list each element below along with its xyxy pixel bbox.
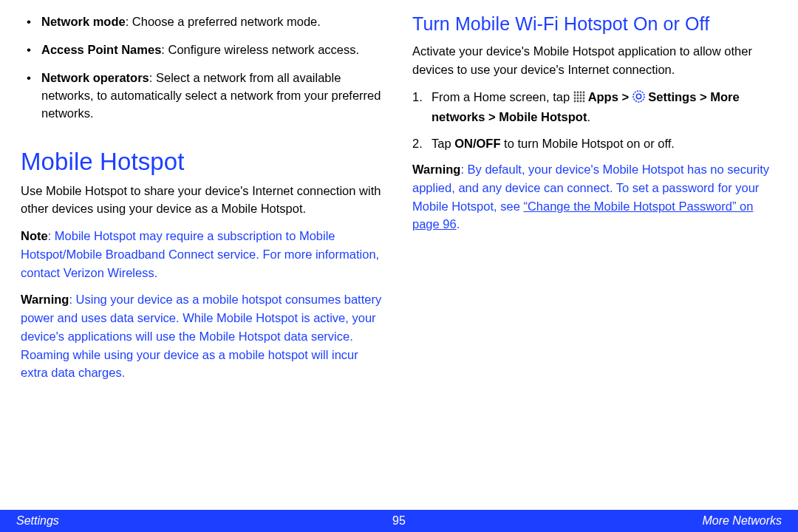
list-item: From a Home screen, tap Apps > Settings …	[432, 88, 777, 127]
svg-point-13	[576, 100, 579, 102]
section-heading-mobile-hotspot: Mobile Hotspot	[21, 148, 386, 176]
warning-label: Warning	[412, 163, 460, 176]
svg-point-11	[582, 97, 584, 99]
bullet-label: Network operators	[41, 71, 149, 84]
svg-point-5	[576, 94, 579, 96]
subheading-toggle-hotspot: Turn Mobile Wi-Fi Hotspot On or Off	[412, 13, 777, 35]
svg-point-15	[582, 100, 584, 102]
list-item: Access Point Names: Configure wireless n…	[41, 41, 386, 59]
list-item: Network operators: Select a network from…	[41, 69, 386, 123]
bullet-desc: : Choose a preferred network mode.	[126, 15, 321, 28]
page-number: 95	[392, 514, 406, 528]
warning-paragraph: Warning: Using your device as a mobile h…	[21, 290, 386, 382]
svg-point-7	[582, 94, 584, 96]
intro-paragraph: Activate your device's Mobile Hotspot ap…	[412, 42, 777, 79]
warning-paragraph: Warning: By default, your device's Mobil…	[412, 160, 777, 233]
svg-point-4	[573, 94, 576, 96]
svg-point-16	[633, 91, 644, 102]
svg-point-17	[636, 94, 641, 98]
svg-point-12	[573, 100, 576, 102]
warning-post: .	[457, 217, 460, 231]
page-body: Network mode: Choose a preferred network…	[0, 0, 798, 502]
option-bullet-list: Network mode: Choose a preferred network…	[21, 13, 386, 123]
bullet-label: Access Point Names	[41, 43, 161, 56]
footer-left: Settings	[16, 514, 59, 528]
step-bold: Apps >	[585, 90, 632, 103]
step-text: to turn Mobile Hotspot on or off.	[501, 137, 675, 150]
step-text: From a Home screen, tap	[432, 90, 573, 103]
footer-right: More Networks	[702, 514, 782, 528]
bullet-desc: : Configure wireless network access.	[161, 43, 359, 56]
step-text: .	[587, 110, 590, 123]
warning-body: : Using your device as a mobile hotspot …	[21, 293, 381, 379]
svg-point-8	[573, 97, 576, 99]
apps-grid-icon	[573, 89, 585, 109]
svg-point-2	[579, 91, 582, 93]
right-column: Turn Mobile Wi-Fi Hotspot On or Off Acti…	[412, 13, 777, 502]
left-column: Network mode: Choose a preferred network…	[21, 13, 386, 502]
list-item: Tap ON/OFF to turn Mobile Hotspot on or …	[432, 134, 777, 154]
note-paragraph: Note: Mobile Hotspot may require a subsc…	[21, 227, 386, 282]
intro-paragraph: Use Mobile Hotspot to share your device'…	[21, 182, 386, 219]
page-footer: Settings 95 More Networks	[0, 510, 798, 532]
svg-point-3	[582, 91, 584, 93]
svg-point-1	[576, 91, 579, 93]
bullet-label: Network mode	[41, 15, 126, 28]
note-label: Note	[21, 229, 48, 242]
svg-point-9	[576, 97, 579, 99]
list-item: Network mode: Choose a preferred network…	[41, 13, 386, 31]
step-text: Tap	[432, 137, 454, 150]
note-body: : Mobile Hotspot may require a subscript…	[21, 229, 379, 279]
warning-label: Warning	[21, 293, 69, 306]
svg-point-10	[579, 97, 582, 99]
svg-point-14	[579, 100, 582, 102]
svg-point-0	[573, 91, 576, 93]
step-bold: ON/OFF	[454, 137, 500, 150]
svg-point-6	[579, 94, 582, 96]
settings-gear-icon	[632, 89, 645, 109]
steps-list: From a Home screen, tap Apps > Settings …	[412, 88, 777, 154]
